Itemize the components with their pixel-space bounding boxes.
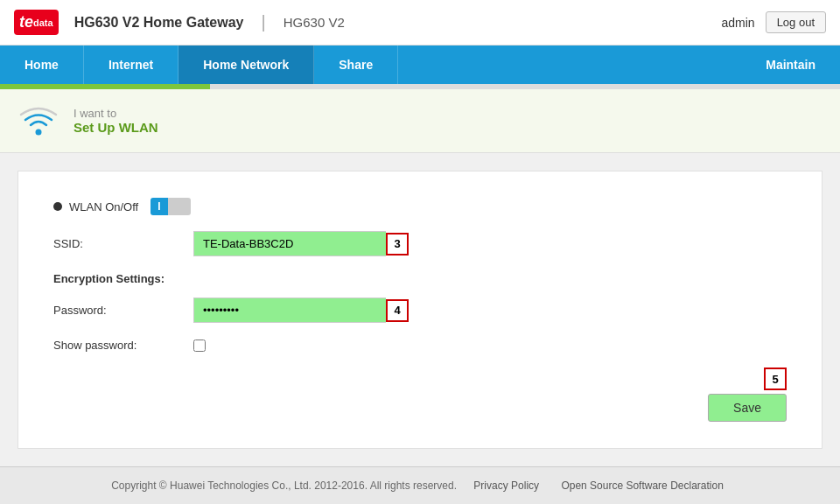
svg-point-0 (36, 130, 42, 136)
show-password-checkbox[interactable] (193, 340, 206, 352)
main-content: WLAN On/Off I SSID: 3 Encryption Setting… (18, 171, 822, 449)
save-button[interactable]: Save (708, 394, 787, 422)
logo-data-text: data (33, 18, 53, 28)
logo-box: te data (14, 10, 59, 35)
i-want-to-label: I want to (74, 107, 158, 120)
ssid-label: SSID: (53, 237, 193, 250)
nav-item-maintain[interactable]: Maintain (741, 46, 840, 84)
nav-item-share[interactable]: Share (314, 46, 398, 84)
page-header-text: I want to Set Up WLAN (74, 107, 158, 135)
nav-item-internet[interactable]: Internet (84, 46, 178, 84)
password-label: Password: (53, 304, 193, 317)
save-step-badge: 5 (764, 368, 787, 390)
password-step-badge: 4 (386, 299, 409, 322)
nav-item-home-network[interactable]: Home Network (178, 46, 314, 84)
logout-button[interactable]: Log out (766, 11, 826, 33)
ssid-row: SSID: 3 (53, 231, 787, 256)
navigation: Home Internet Home Network Share Maintai… (0, 46, 840, 84)
setup-wlan-label: Set Up WLAN (74, 120, 158, 135)
wifi-icon (18, 100, 60, 142)
ssid-input-group: 3 (193, 231, 409, 256)
password-input[interactable] (193, 298, 386, 323)
nav-item-home[interactable]: Home (0, 46, 84, 84)
page-header: I want to Set Up WLAN (0, 89, 840, 153)
password-row: Password: 4 (53, 298, 787, 323)
show-password-label: Show password: (53, 339, 193, 352)
header-right: admin Log out (721, 11, 826, 33)
admin-label: admin (721, 16, 754, 30)
toggle-on-label: I (150, 198, 167, 215)
wlan-toggle-row: WLAN On/Off I (53, 198, 787, 215)
toggle-off-side (168, 198, 192, 215)
wlan-label: WLAN On/Off (69, 200, 138, 214)
bullet-dot (53, 202, 62, 211)
header-divider: | (262, 12, 266, 32)
model-label: HG630 V2 (284, 15, 345, 30)
privacy-policy-link[interactable]: Privacy Policy (473, 480, 539, 492)
open-source-link[interactable]: Open Source Software Declaration (561, 480, 723, 492)
wlan-toggle[interactable]: I (150, 198, 191, 215)
encryption-label: Encryption Settings: (53, 272, 193, 285)
encryption-row: Encryption Settings: (53, 272, 787, 285)
password-input-group: 4 (193, 298, 409, 323)
header: te data HG630 V2 Home Gateway | HG630 V2… (0, 0, 840, 46)
nav-spacer (398, 46, 741, 84)
logo-area: te data HG630 V2 Home Gateway | HG630 V2 (14, 10, 345, 35)
footer-copyright: Copyright © Huawei Technologies Co., Ltd… (111, 480, 457, 492)
ssid-input[interactable] (193, 231, 386, 256)
logo-te-text: te (19, 13, 33, 32)
show-password-row: Show password: (53, 339, 787, 352)
footer: Copyright © Huawei Technologies Co., Ltd… (0, 466, 840, 504)
ssid-step-badge: 3 (386, 233, 409, 256)
gateway-title: HG630 V2 Home Gateway (74, 15, 244, 31)
